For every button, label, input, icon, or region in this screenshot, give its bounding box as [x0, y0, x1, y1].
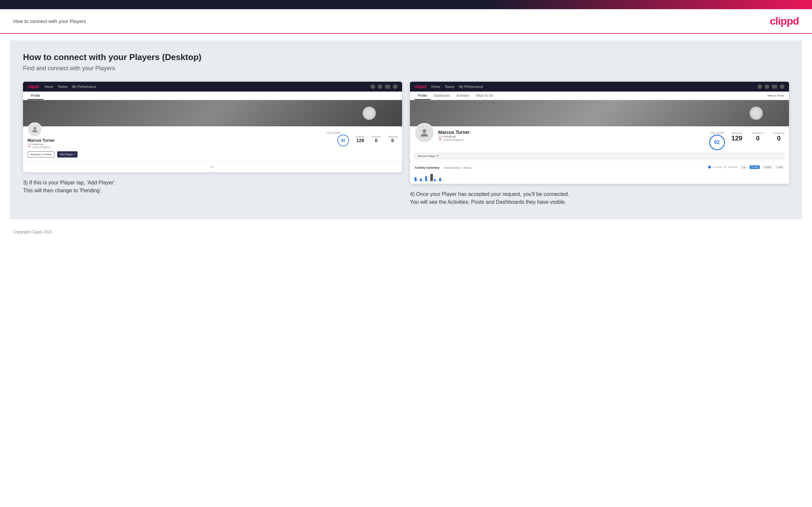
clippd-logo: clippd	[770, 15, 799, 27]
followers-val-left: 0	[371, 138, 381, 143]
tab-what-to-on-right[interactable]: What To On	[473, 92, 497, 100]
legend-block: On course Off course	[708, 166, 738, 168]
quality-circle-right: 92	[709, 134, 725, 150]
marcus-turner-dropdown[interactable]: Marcus Turner	[767, 94, 784, 97]
settings-icon-right[interactable]	[772, 84, 777, 89]
app-mock-right: clippd Home Teams My Performance	[410, 82, 789, 184]
following-stat-right: Following 0	[773, 131, 784, 142]
legend-on-course: On course	[713, 166, 722, 168]
svg-point-0	[34, 127, 36, 130]
profile-section-right: Marcus Turner 1-5 Handicap 📍 United King…	[410, 126, 789, 161]
filter-3mths[interactable]: 3 mths	[762, 165, 773, 169]
user-icon[interactable]	[378, 84, 383, 89]
activity-left-header: Activity Summary Monthly Activity · 6 Mo…	[414, 164, 471, 170]
stats-right: Activities 129 Followers 0 Following 0	[731, 131, 784, 142]
nav-teams-right[interactable]: Teams	[445, 85, 454, 89]
app-logo-right: clippd	[414, 84, 426, 89]
copyright: Copyright Clippd 2022	[13, 230, 52, 234]
tab-dashboard-right[interactable]: Dashboard	[430, 92, 453, 100]
nav-icons-right	[757, 84, 784, 89]
profile-info-left: Marcus Turner 1-5 Handicap 📍United Kingd…	[28, 138, 78, 149]
nav-home-right[interactable]: Home	[431, 85, 440, 89]
followers-stat-left: Followers 0	[371, 135, 381, 143]
followers-label-left: Followers	[371, 135, 381, 138]
filter-1mth[interactable]: 1 mth	[775, 165, 784, 169]
remove-player-btn[interactable]: Remove Player ✕	[414, 153, 784, 159]
activity-bars	[414, 171, 784, 181]
app-banner-left	[23, 100, 402, 126]
buttons-row-left: Request to Follow Add Player +	[28, 151, 78, 158]
screenshot-right: clippd Home Teams My Performance	[410, 82, 789, 206]
request-follow-btn[interactable]: Request to Follow	[28, 151, 55, 158]
player-hcp-right: 1-5 Handicap	[438, 135, 470, 138]
app-nav-items-left: Home Teams My Performance	[44, 85, 370, 89]
quality-stats-right: Player Quality 92 Activities 129 Followe…	[709, 131, 784, 150]
caption-3: 3) If this is your Player tap, 'Add Play…	[23, 179, 402, 194]
app-tabs-left: Profile	[23, 92, 402, 100]
act-val-right: 129	[731, 134, 742, 142]
quality-label-right: Player Quality	[710, 131, 724, 134]
quality-block-right: Player Quality 92	[709, 131, 725, 150]
act-label-right: Activities	[731, 131, 742, 134]
app-nav-right: clippd Home Teams My Performance	[410, 82, 789, 92]
scissors-icon: ✂	[23, 161, 402, 172]
settings-icon[interactable]	[385, 84, 390, 89]
profile-icon-right[interactable]	[780, 84, 784, 89]
top-bar	[0, 0, 812, 9]
app-nav-items-right: Home Teams My Performance	[431, 85, 757, 89]
app-logo-left: clippd	[28, 84, 39, 89]
user-icon-right[interactable]	[765, 84, 769, 89]
avatar-right	[414, 123, 434, 143]
svg-point-1	[422, 129, 426, 133]
player-name-right: Marcus Turner	[438, 130, 470, 135]
activities-label-left: Activities	[356, 135, 365, 138]
activity-section-right: Activity Summary Monthly Activity · 6 Mo…	[410, 161, 789, 184]
tab-profile-left[interactable]: Profile	[28, 92, 43, 100]
fol-label-right: Followers	[752, 131, 763, 134]
fing-val-right: 0	[773, 134, 784, 142]
activities-stat-left: Activities 129	[356, 135, 365, 143]
following-stat-left: Following 0	[388, 135, 398, 143]
tab-activities-right[interactable]: Activities	[453, 92, 472, 100]
nav-myperf-right[interactable]: My Performance	[459, 85, 483, 89]
app-banner-right	[410, 100, 789, 126]
following-label-left: Following	[388, 135, 398, 138]
search-icon[interactable]	[370, 84, 375, 89]
caption-4: 4) Once your Player has accepted your re…	[410, 190, 789, 206]
quality-block-left: Player Quality 92	[318, 131, 349, 146]
fing-label-right: Following	[773, 131, 784, 134]
tab-profile-right[interactable]: Profile	[414, 92, 430, 100]
profile-section-left: Marcus Turner 1-5 Handicap 📍United Kingd…	[23, 126, 402, 161]
close-icon: ✕	[437, 155, 439, 158]
followers-stat-right: Followers 0	[752, 131, 763, 142]
header-title: How to connect with your Players	[13, 18, 86, 24]
footer: Copyright Clippd 2022	[0, 226, 812, 238]
app-nav-left: clippd Home Teams My Performance	[23, 82, 402, 92]
add-player-btn[interactable]: Add Player +	[57, 151, 78, 158]
activities-stat-right: Activities 129	[731, 131, 742, 142]
player-country-right: 📍 United Kingdom	[438, 138, 470, 142]
activity-title: Activity Summary	[414, 166, 440, 169]
search-icon-right[interactable]	[757, 84, 762, 89]
app-mock-left: clippd Home Teams My Performance	[23, 82, 402, 172]
fol-val-right: 0	[752, 134, 763, 142]
quality-stats-left: Player Quality 92 Activities 129 Followe…	[318, 131, 398, 146]
main-subtitle: Find and connect with your Players	[23, 65, 789, 72]
activities-val-left: 129	[356, 138, 365, 143]
nav-myperf-left[interactable]: My Performance	[72, 85, 96, 89]
avatar-left	[28, 122, 42, 137]
following-val-left: 0	[388, 138, 398, 143]
profile-name-block-right: Marcus Turner 1-5 Handicap 📍 United King…	[438, 130, 470, 142]
main-content: How to connect with your Players (Deskto…	[10, 40, 802, 219]
main-title: How to connect with your Players (Deskto…	[23, 52, 789, 62]
filter-1yr[interactable]: 1 yr	[740, 165, 747, 169]
profile-left-block: Marcus Turner 1-5 Handicap 📍 United King…	[414, 130, 470, 143]
filter-6mths[interactable]: 6 mths	[750, 165, 760, 169]
nav-home-left[interactable]: Home	[44, 85, 53, 89]
profile-icon[interactable]	[393, 84, 398, 89]
legend-off-course: Off course	[728, 166, 738, 168]
player-hcp-left: 1-5 Handicap	[28, 143, 78, 146]
activity-subtitle: Monthly Activity · 6 Months	[444, 167, 471, 169]
activity-right-header: On course Off course 1 yr 6 mths 3 mths …	[708, 165, 784, 169]
nav-teams-left[interactable]: Teams	[58, 85, 67, 89]
